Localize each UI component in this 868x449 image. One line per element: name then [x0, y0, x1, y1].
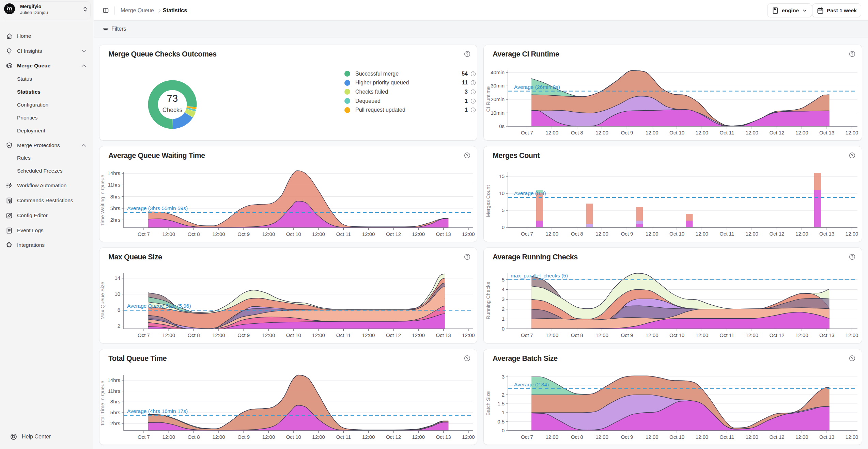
- svg-text:Oct 10: Oct 10: [669, 231, 684, 237]
- svg-text:Oct 9: Oct 9: [237, 332, 250, 338]
- svg-text:12:00: 12:00: [696, 332, 709, 338]
- svg-text:12:00: 12:00: [846, 332, 858, 338]
- svg-text:4: 4: [502, 286, 505, 292]
- svg-text:12:00: 12:00: [462, 231, 475, 237]
- svg-text:1: 1: [502, 410, 505, 415]
- svg-text:0: 0: [502, 428, 505, 433]
- svg-text:12:00: 12:00: [846, 434, 858, 440]
- svg-text:12:00: 12:00: [696, 130, 709, 135]
- svg-text:Oct 12: Oct 12: [769, 332, 784, 338]
- svg-text:12:00: 12:00: [646, 231, 658, 237]
- svg-text:Time Waiting in Queue: Time Waiting in Queue: [99, 175, 105, 226]
- svg-text:Oct 11: Oct 11: [719, 130, 734, 135]
- svg-text:12:00: 12:00: [462, 332, 475, 338]
- svg-text:12:00: 12:00: [546, 130, 559, 135]
- svg-text:Average (3hrs 55min 59s): Average (3hrs 55min 59s): [127, 205, 188, 211]
- svg-text:12:00: 12:00: [646, 130, 658, 135]
- svg-text:40min: 40min: [491, 69, 505, 75]
- svg-text:12:00: 12:00: [546, 434, 559, 440]
- svg-text:12:00: 12:00: [646, 332, 658, 338]
- svg-text:14hrs: 14hrs: [107, 377, 120, 383]
- svg-text:12:00: 12:00: [412, 231, 425, 237]
- svg-text:Oct 10: Oct 10: [286, 231, 301, 237]
- svg-text:12:00: 12:00: [312, 434, 325, 440]
- svg-text:1: 1: [502, 316, 505, 322]
- svg-text:5hrs: 5hrs: [110, 410, 120, 415]
- svg-text:11hrs: 11hrs: [108, 388, 120, 394]
- svg-text:Oct 12: Oct 12: [386, 434, 401, 440]
- svg-text:Oct 12: Oct 12: [769, 130, 784, 135]
- svg-text:0: 0: [502, 224, 505, 230]
- svg-text:Oct 8: Oct 8: [188, 434, 200, 440]
- svg-text:6: 6: [118, 307, 120, 313]
- svg-text:12:00: 12:00: [546, 332, 559, 338]
- svg-text:8hrs: 8hrs: [110, 399, 120, 404]
- svg-text:Oct 12: Oct 12: [769, 231, 784, 237]
- svg-text:CI Runtime: CI Runtime: [485, 86, 491, 112]
- svg-text:Oct 13: Oct 13: [436, 434, 451, 440]
- svg-text:12:00: 12:00: [745, 434, 758, 440]
- svg-text:10: 10: [499, 190, 505, 196]
- svg-text:Oct 13: Oct 13: [819, 332, 834, 338]
- svg-text:5hrs: 5hrs: [110, 205, 120, 211]
- svg-text:Oct 9: Oct 9: [237, 434, 250, 440]
- svg-text:Oct 12: Oct 12: [386, 332, 401, 338]
- svg-text:12:00: 12:00: [412, 332, 425, 338]
- svg-text:Oct 8: Oct 8: [188, 231, 200, 237]
- svg-text:3: 3: [502, 296, 505, 302]
- svg-text:5: 5: [502, 277, 505, 283]
- svg-text:12:00: 12:00: [795, 130, 808, 135]
- svg-text:Average Queue Size (5.96): Average Queue Size (5.96): [127, 303, 191, 309]
- svg-text:Oct 11: Oct 11: [336, 231, 351, 237]
- svg-text:Oct 11: Oct 11: [336, 434, 351, 440]
- svg-text:12:00: 12:00: [162, 231, 175, 237]
- svg-text:Oct 9: Oct 9: [237, 231, 250, 237]
- svg-text:12:00: 12:00: [262, 434, 275, 440]
- svg-text:Total Time in Queue: Total Time in Queue: [99, 381, 105, 426]
- svg-text:14hrs: 14hrs: [107, 170, 120, 176]
- svg-text:Oct 13: Oct 13: [819, 231, 834, 237]
- svg-text:Oct 8: Oct 8: [571, 434, 583, 440]
- svg-text:30min: 30min: [491, 83, 505, 89]
- svg-text:Oct 10: Oct 10: [669, 434, 684, 440]
- svg-text:Oct 10: Oct 10: [286, 332, 301, 338]
- svg-text:12:00: 12:00: [312, 231, 325, 237]
- svg-text:Oct 13: Oct 13: [436, 332, 451, 338]
- svg-text:12:00: 12:00: [412, 434, 425, 440]
- svg-text:Oct 9: Oct 9: [621, 231, 633, 237]
- svg-text:Oct 7: Oct 7: [138, 231, 150, 237]
- svg-text:Oct 13: Oct 13: [436, 231, 451, 237]
- svg-text:12:00: 12:00: [212, 332, 225, 338]
- svg-text:0s: 0s: [499, 123, 505, 129]
- svg-text:Oct 7: Oct 7: [521, 434, 533, 440]
- svg-text:2hrs: 2hrs: [110, 420, 120, 426]
- svg-text:73: 73: [167, 93, 178, 104]
- svg-text:Oct 12: Oct 12: [769, 434, 784, 440]
- svg-text:2: 2: [118, 323, 120, 329]
- svg-text:12:00: 12:00: [846, 231, 858, 237]
- svg-text:8hrs: 8hrs: [110, 194, 120, 199]
- svg-text:Oct 8: Oct 8: [571, 231, 583, 237]
- svg-text:2: 2: [502, 392, 505, 398]
- svg-text:Oct 9: Oct 9: [621, 332, 633, 338]
- svg-text:12:00: 12:00: [595, 332, 608, 338]
- svg-text:Average (4hrs 16min 17s): Average (4hrs 16min 17s): [127, 408, 188, 414]
- svg-text:12:00: 12:00: [595, 130, 608, 135]
- svg-text:Max Queue Size: Max Queue Size: [99, 282, 105, 320]
- svg-text:Oct 9: Oct 9: [621, 130, 633, 135]
- svg-text:12:00: 12:00: [262, 332, 275, 338]
- svg-text:12:00: 12:00: [362, 231, 375, 237]
- svg-text:2hrs: 2hrs: [110, 217, 120, 223]
- svg-text:12:00: 12:00: [162, 332, 175, 338]
- svg-text:Oct 11: Oct 11: [719, 434, 734, 440]
- svg-text:12:00: 12:00: [595, 231, 608, 237]
- svg-text:Oct 7: Oct 7: [521, 231, 533, 237]
- svg-text:Average (2.34): Average (2.34): [514, 382, 549, 387]
- svg-text:12:00: 12:00: [745, 130, 758, 135]
- svg-text:Oct 10: Oct 10: [669, 332, 684, 338]
- svg-text:12:00: 12:00: [312, 332, 325, 338]
- svg-text:12:00: 12:00: [162, 434, 175, 440]
- svg-text:12:00: 12:00: [696, 231, 709, 237]
- svg-text:12:00: 12:00: [546, 231, 559, 237]
- svg-text:Oct 10: Oct 10: [669, 130, 684, 135]
